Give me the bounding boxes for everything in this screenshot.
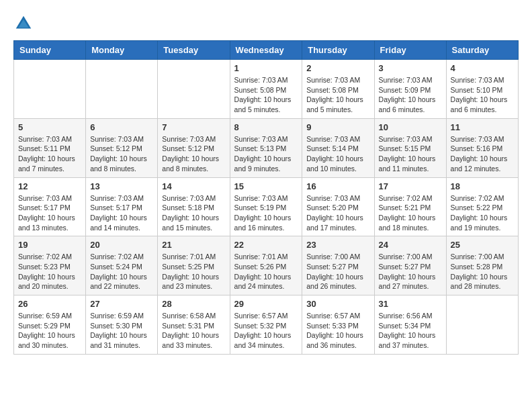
calendar-cell: 28Sunrise: 6:58 AM Sunset: 5:31 PM Dayli… <box>158 295 230 355</box>
calendar-cell: 31Sunrise: 6:56 AM Sunset: 5:34 PM Dayli… <box>374 295 446 355</box>
calendar-cell: 19Sunrise: 7:02 AM Sunset: 5:23 PM Dayli… <box>14 236 86 295</box>
day-number: 13 <box>90 181 153 191</box>
calendar-cell: 9Sunrise: 7:03 AM Sunset: 5:14 PM Daylig… <box>302 118 374 177</box>
day-number: 3 <box>379 63 442 73</box>
calendar-cell: 3Sunrise: 7:03 AM Sunset: 5:09 PM Daylig… <box>374 60 446 119</box>
day-info: Sunrise: 7:03 AM Sunset: 5:17 PM Dayligh… <box>18 193 81 233</box>
calendar-cell: 13Sunrise: 7:03 AM Sunset: 5:17 PM Dayli… <box>86 177 158 236</box>
day-info: Sunrise: 6:59 AM Sunset: 5:29 PM Dayligh… <box>18 311 81 351</box>
calendar-cell <box>86 60 158 119</box>
day-number: 4 <box>451 63 514 73</box>
day-number: 15 <box>234 181 298 191</box>
day-info: Sunrise: 6:58 AM Sunset: 5:31 PM Dayligh… <box>162 311 225 351</box>
day-number: 29 <box>234 299 298 309</box>
day-info: Sunrise: 7:03 AM Sunset: 5:20 PM Dayligh… <box>306 193 369 233</box>
day-info: Sunrise: 6:59 AM Sunset: 5:30 PM Dayligh… <box>90 311 153 351</box>
logo <box>13 13 36 34</box>
calendar-cell: 6Sunrise: 7:03 AM Sunset: 5:12 PM Daylig… <box>86 118 158 177</box>
calendar-cell: 29Sunrise: 6:57 AM Sunset: 5:32 PM Dayli… <box>230 295 302 355</box>
calendar-cell: 12Sunrise: 7:03 AM Sunset: 5:17 PM Dayli… <box>14 177 86 236</box>
day-info: Sunrise: 7:03 AM Sunset: 5:08 PM Dayligh… <box>234 75 298 115</box>
calendar-header-row: SundayMondayTuesdayWednesdayThursdayFrid… <box>14 41 519 60</box>
calendar-cell <box>446 295 518 355</box>
day-info: Sunrise: 7:01 AM Sunset: 5:25 PM Dayligh… <box>162 252 225 291</box>
calendar-week-row: 26Sunrise: 6:59 AM Sunset: 5:29 PM Dayli… <box>14 295 519 355</box>
calendar-table: SundayMondayTuesdayWednesdayThursdayFrid… <box>13 40 519 355</box>
calendar-cell: 4Sunrise: 7:03 AM Sunset: 5:10 PM Daylig… <box>446 60 518 119</box>
calendar-cell: 23Sunrise: 7:00 AM Sunset: 5:27 PM Dayli… <box>302 236 374 295</box>
day-info: Sunrise: 7:03 AM Sunset: 5:11 PM Dayligh… <box>18 134 81 174</box>
day-number: 21 <box>162 240 225 250</box>
day-info: Sunrise: 7:03 AM Sunset: 5:19 PM Dayligh… <box>234 193 298 233</box>
calendar-cell: 26Sunrise: 6:59 AM Sunset: 5:29 PM Dayli… <box>14 295 86 355</box>
calendar-cell: 7Sunrise: 7:03 AM Sunset: 5:12 PM Daylig… <box>158 118 230 177</box>
day-number: 31 <box>379 299 442 309</box>
day-info: Sunrise: 7:03 AM Sunset: 5:09 PM Dayligh… <box>379 75 442 115</box>
calendar-cell: 22Sunrise: 7:01 AM Sunset: 5:26 PM Dayli… <box>230 236 302 295</box>
calendar-cell: 27Sunrise: 6:59 AM Sunset: 5:30 PM Dayli… <box>86 295 158 355</box>
day-number: 10 <box>379 122 442 132</box>
calendar-cell <box>158 60 230 119</box>
day-number: 16 <box>306 181 369 191</box>
logo-icon <box>13 13 34 34</box>
day-number: 22 <box>234 240 298 250</box>
calendar-cell: 20Sunrise: 7:02 AM Sunset: 5:24 PM Dayli… <box>86 236 158 295</box>
day-number: 5 <box>18 122 81 132</box>
day-of-week-header: Sunday <box>14 41 86 60</box>
day-number: 1 <box>234 63 298 73</box>
day-info: Sunrise: 7:01 AM Sunset: 5:26 PM Dayligh… <box>234 252 298 291</box>
day-info: Sunrise: 7:03 AM Sunset: 5:17 PM Dayligh… <box>90 193 153 233</box>
day-number: 8 <box>234 122 298 132</box>
day-info: Sunrise: 7:00 AM Sunset: 5:27 PM Dayligh… <box>379 252 442 291</box>
calendar-week-row: 12Sunrise: 7:03 AM Sunset: 5:17 PM Dayli… <box>14 177 519 236</box>
page-header <box>13 13 519 34</box>
day-number: 17 <box>379 181 442 191</box>
day-info: Sunrise: 7:03 AM Sunset: 5:13 PM Dayligh… <box>234 134 298 174</box>
calendar-cell <box>14 60 86 119</box>
day-info: Sunrise: 7:02 AM Sunset: 5:23 PM Dayligh… <box>18 252 81 291</box>
day-info: Sunrise: 7:03 AM Sunset: 5:12 PM Dayligh… <box>90 134 153 174</box>
calendar-cell: 30Sunrise: 6:57 AM Sunset: 5:33 PM Dayli… <box>302 295 374 355</box>
day-number: 6 <box>90 122 153 132</box>
calendar-cell: 8Sunrise: 7:03 AM Sunset: 5:13 PM Daylig… <box>230 118 302 177</box>
day-info: Sunrise: 7:00 AM Sunset: 5:28 PM Dayligh… <box>451 252 514 291</box>
day-info: Sunrise: 7:03 AM Sunset: 5:14 PM Dayligh… <box>306 134 369 174</box>
day-of-week-header: Saturday <box>446 41 518 60</box>
day-number: 14 <box>162 181 225 191</box>
calendar-cell: 18Sunrise: 7:02 AM Sunset: 5:22 PM Dayli… <box>446 177 518 236</box>
day-info: Sunrise: 7:03 AM Sunset: 5:16 PM Dayligh… <box>451 134 514 174</box>
day-number: 23 <box>306 240 369 250</box>
calendar-cell: 15Sunrise: 7:03 AM Sunset: 5:19 PM Dayli… <box>230 177 302 236</box>
day-info: Sunrise: 7:03 AM Sunset: 5:18 PM Dayligh… <box>162 193 225 233</box>
day-number: 12 <box>18 181 81 191</box>
calendar-cell: 16Sunrise: 7:03 AM Sunset: 5:20 PM Dayli… <box>302 177 374 236</box>
day-number: 19 <box>18 240 81 250</box>
calendar-cell: 21Sunrise: 7:01 AM Sunset: 5:25 PM Dayli… <box>158 236 230 295</box>
day-number: 7 <box>162 122 225 132</box>
day-info: Sunrise: 6:56 AM Sunset: 5:34 PM Dayligh… <box>379 311 442 351</box>
calendar-week-row: 19Sunrise: 7:02 AM Sunset: 5:23 PM Dayli… <box>14 236 519 295</box>
day-info: Sunrise: 7:02 AM Sunset: 5:21 PM Dayligh… <box>379 193 442 233</box>
day-number: 24 <box>379 240 442 250</box>
day-info: Sunrise: 7:02 AM Sunset: 5:24 PM Dayligh… <box>90 252 153 291</box>
calendar-cell: 25Sunrise: 7:00 AM Sunset: 5:28 PM Dayli… <box>446 236 518 295</box>
day-info: Sunrise: 6:57 AM Sunset: 5:32 PM Dayligh… <box>234 311 298 351</box>
calendar-cell: 17Sunrise: 7:02 AM Sunset: 5:21 PM Dayli… <box>374 177 446 236</box>
calendar-cell: 1Sunrise: 7:03 AM Sunset: 5:08 PM Daylig… <box>230 60 302 119</box>
day-number: 28 <box>162 299 225 309</box>
day-info: Sunrise: 7:03 AM Sunset: 5:12 PM Dayligh… <box>162 134 225 174</box>
day-number: 26 <box>18 299 81 309</box>
day-info: Sunrise: 6:57 AM Sunset: 5:33 PM Dayligh… <box>306 311 369 351</box>
calendar-cell: 11Sunrise: 7:03 AM Sunset: 5:16 PM Dayli… <box>446 118 518 177</box>
calendar-week-row: 1Sunrise: 7:03 AM Sunset: 5:08 PM Daylig… <box>14 60 519 119</box>
day-of-week-header: Friday <box>374 41 446 60</box>
calendar-cell: 2Sunrise: 7:03 AM Sunset: 5:08 PM Daylig… <box>302 60 374 119</box>
day-number: 30 <box>306 299 369 309</box>
day-info: Sunrise: 7:00 AM Sunset: 5:27 PM Dayligh… <box>306 252 369 291</box>
day-of-week-header: Monday <box>86 41 158 60</box>
day-info: Sunrise: 7:03 AM Sunset: 5:08 PM Dayligh… <box>306 75 369 115</box>
day-of-week-header: Thursday <box>302 41 374 60</box>
day-number: 9 <box>306 122 369 132</box>
day-number: 18 <box>451 181 514 191</box>
day-number: 27 <box>90 299 153 309</box>
